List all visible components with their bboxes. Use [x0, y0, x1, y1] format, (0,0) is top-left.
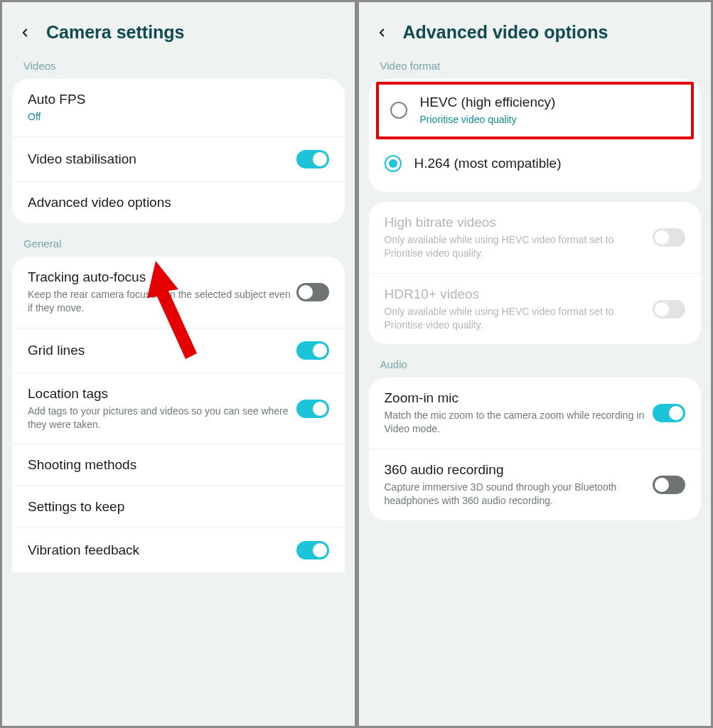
row-sub: Off	[28, 110, 329, 124]
location-tags-toggle[interactable]	[296, 400, 329, 418]
page-title: Camera settings	[46, 22, 185, 43]
advanced-video-options-row[interactable]: Advanced video options	[12, 182, 345, 223]
row-sub: Only available while using HEVC video fo…	[385, 233, 653, 260]
video-stabilisation-toggle[interactable]	[296, 150, 329, 168]
section-label-videos: Videos	[2, 55, 355, 79]
row-title: Video stabilisation	[28, 151, 296, 167]
hevc-radio-row[interactable]: HEVC (high efficiency) Prioritise video …	[379, 85, 692, 136]
tracking-autofocus-toggle[interactable]	[296, 283, 329, 301]
chevron-left-icon	[18, 26, 31, 39]
section-label-audio: Audio	[359, 354, 712, 378]
row-title: Auto FPS	[28, 92, 329, 107]
zoom-in-mic-row[interactable]: Zoom-in mic Match the mic zoom to the ca…	[369, 378, 702, 449]
row-title: HDR10+ videos	[385, 287, 653, 302]
video-stabilisation-row[interactable]: Video stabilisation	[12, 137, 345, 182]
chevron-left-icon	[375, 26, 388, 39]
row-title: Settings to keep	[28, 499, 329, 515]
section-label-general: General	[2, 233, 355, 257]
hevc-radio[interactable]	[390, 102, 407, 119]
row-title: Tracking auto-focus	[28, 269, 296, 285]
hevc-highlight-box: HEVC (high efficiency) Prioritise video …	[376, 82, 695, 139]
row-title: Location tags	[28, 386, 296, 402]
tracking-autofocus-row[interactable]: Tracking auto-focus Keep the rear camera…	[12, 257, 345, 328]
row-title: Grid lines	[28, 343, 296, 358]
back-button[interactable]	[373, 24, 390, 41]
back-button[interactable]	[16, 24, 33, 41]
zoom-in-mic-toggle[interactable]	[653, 404, 685, 422]
row-title: 360 audio recording	[385, 462, 653, 478]
row-sub: Add tags to your pictures and videos so …	[28, 405, 296, 432]
grid-lines-toggle[interactable]	[296, 341, 329, 360]
row-sub: Prioritise video quality	[420, 113, 680, 127]
header: Camera settings	[2, 2, 355, 55]
section-label-video-format: Video format	[359, 55, 712, 79]
row-title: Zoom-in mic	[385, 390, 653, 406]
auto-fps-row[interactable]: Auto FPS Off	[12, 79, 345, 137]
video-format-card: HEVC (high efficiency) Prioritise video …	[369, 79, 702, 192]
row-sub: Match the mic zoom to the camera zoom wh…	[385, 409, 653, 436]
settings-to-keep-row[interactable]: Settings to keep	[12, 486, 345, 528]
h264-radio[interactable]	[385, 155, 402, 172]
videos-card: Auto FPS Off Video stabilisation Advance…	[12, 79, 345, 223]
grid-lines-row[interactable]: Grid lines	[12, 328, 345, 373]
hdr10-row: HDR10+ videos Only available while using…	[369, 274, 702, 345]
audio-360-toggle[interactable]	[653, 476, 685, 494]
row-title: High bitrate videos	[385, 215, 653, 230]
page-title: Advanced video options	[403, 22, 609, 43]
row-title: HEVC (high efficiency)	[420, 95, 680, 110]
row-sub: Only available while using HEVC video fo…	[385, 305, 653, 332]
vibration-feedback-row[interactable]: Vibration feedback	[12, 528, 345, 572]
row-sub: Keep the rear camera focused on the sele…	[28, 288, 296, 315]
audio-360-row[interactable]: 360 audio recording Capture immersive 3D…	[369, 449, 702, 520]
advanced-video-options-screen: Advanced video options Video format HEVC…	[357, 0, 714, 728]
high-bitrate-toggle	[653, 228, 685, 247]
row-sub: Capture immersive 3D sound through your …	[385, 481, 653, 508]
row-title: Advanced video options	[28, 195, 329, 210]
row-title: Shooting methods	[28, 457, 329, 473]
hdr10-toggle	[653, 300, 685, 318]
h264-radio-row[interactable]: H.264 (most compatible)	[369, 139, 702, 185]
vibration-feedback-toggle[interactable]	[296, 541, 329, 560]
shooting-methods-row[interactable]: Shooting methods	[12, 444, 345, 486]
location-tags-row[interactable]: Location tags Add tags to your pictures …	[12, 373, 345, 445]
row-title: H.264 (most compatible)	[414, 156, 686, 171]
camera-settings-screen: Camera settings Videos Auto FPS Off Vide…	[0, 0, 357, 728]
bitrate-hdr-card: High bitrate videos Only available while…	[369, 202, 702, 345]
header: Advanced video options	[359, 2, 712, 55]
row-title: Vibration feedback	[28, 542, 296, 558]
general-card: Tracking auto-focus Keep the rear camera…	[12, 257, 345, 573]
high-bitrate-row: High bitrate videos Only available while…	[369, 202, 702, 274]
audio-card: Zoom-in mic Match the mic zoom to the ca…	[369, 378, 702, 520]
